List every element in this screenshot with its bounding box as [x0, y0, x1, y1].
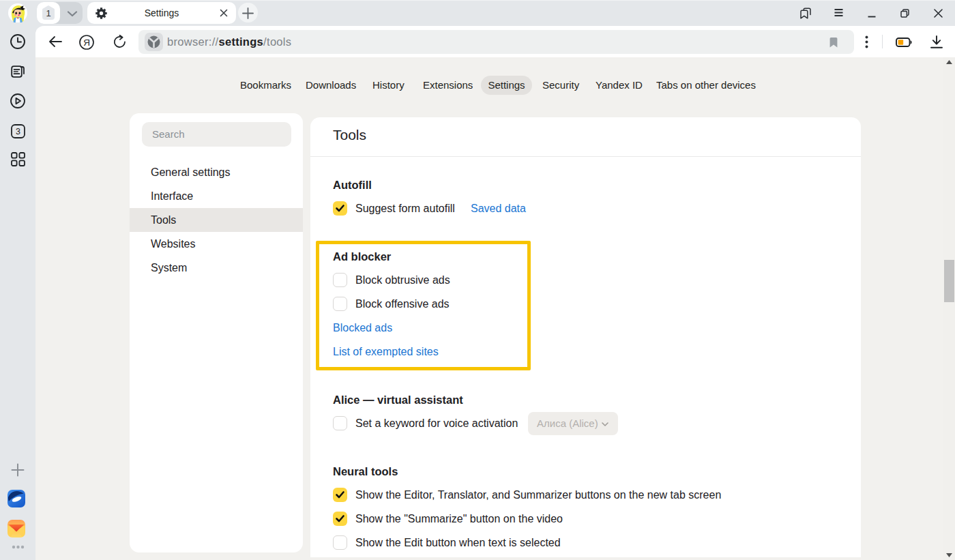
- svg-text:1: 1: [46, 8, 50, 18]
- svg-text:Я: Я: [83, 38, 90, 48]
- svg-text:3: 3: [16, 127, 20, 136]
